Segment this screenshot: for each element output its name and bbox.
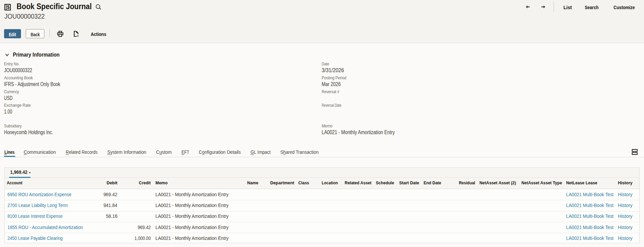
svg-text:$: $ — [7, 4, 9, 10]
